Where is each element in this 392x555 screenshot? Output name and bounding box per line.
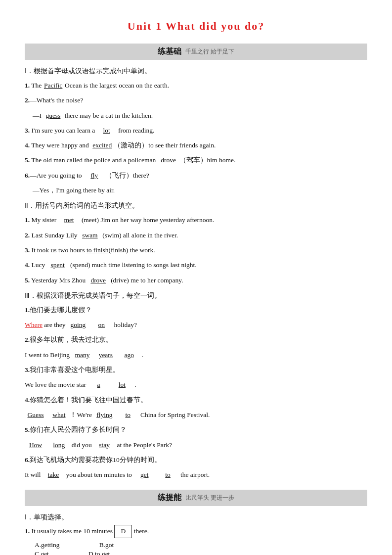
answer-D: D (114, 525, 132, 538)
list-item: 4.你猜怎么着！我们要飞往中国过春节。 (25, 394, 367, 406)
answer-to1: to (117, 409, 139, 421)
list-item: 4. They were happy and excited（激动的）to se… (25, 139, 367, 151)
section1-header: 练基础 千里之行 始于足下 (25, 44, 367, 60)
list-item: Where are they going on holiday? (25, 319, 367, 331)
choice-D: D.to get (88, 550, 110, 555)
answer-guess: guess (43, 110, 63, 122)
list-item: 1. My sister met (meet) Jim on her way h… (25, 214, 367, 226)
list-item: 5. The old man called the police and a p… (25, 154, 367, 166)
list-item: 1.他们要去哪儿度假？ (25, 304, 367, 316)
answer-swam: swam (79, 230, 101, 241)
part1-s2-instruction: Ⅰ．单项选择。 (25, 513, 367, 522)
list-item: 4. Lucy spent (spend) much time listenin… (25, 259, 367, 271)
answer-take: take (43, 469, 64, 481)
answer-flying: flying (93, 409, 115, 421)
list-item: 5.你们在人民公园待了多长时间？ (25, 424, 367, 436)
list-item: 6.—Are you going to fly（飞行）there? (25, 170, 367, 182)
list-item: 2.很多年以前，我去过北京。 (25, 334, 367, 346)
answer-to2: to (157, 469, 179, 481)
section1-sub: 千里之行 始于足下 (185, 47, 234, 56)
list-item: 3. It took us two hours to finish(finish… (25, 244, 367, 256)
list-item: 5. Yesterday Mrs Zhou drove (drive) me t… (25, 275, 367, 286)
answer-drove1: drove (158, 154, 179, 166)
part1-instruction: Ⅰ．根据首字母或汉语提示完成句中单词。 (25, 67, 367, 76)
answer-pacific: Pacific (44, 80, 63, 92)
choice-B: B.got (99, 541, 114, 549)
list-item: 6.到达飞机场大约需要花费你10分钟的时间。 (25, 454, 367, 466)
list-item: —I guess there may be a cat in the kitch… (25, 110, 367, 122)
section1-body: Ⅰ．根据首字母或汉语提示完成句中单词。 1. The Pacific Ocean… (25, 67, 367, 481)
list-item: 1. It usually takes me 10 minutes D ther… (25, 525, 367, 538)
answer-fly: fly (84, 170, 105, 182)
answer-tofinish: to finish (87, 246, 109, 254)
part2-instruction: Ⅱ．用括号内所给词的适当形式填空。 (25, 201, 367, 210)
page-title: Unit 1 What did you do? (25, 20, 367, 33)
list-item: —Yes，I'm going there by air. (25, 185, 367, 196)
list-item: Guess what！We're flying to China for Spr… (25, 409, 367, 421)
answer-guess2: Guess (25, 409, 46, 421)
list-item: How long did you stay at the People's Pa… (25, 439, 367, 451)
answer-on: on (90, 319, 112, 331)
answer-where: Where (25, 321, 43, 328)
list-item: 2.—What's the noise? (25, 94, 367, 106)
list-item: 2. Last Sunday Lily swam (swim) all alon… (25, 230, 367, 241)
section2-body: Ⅰ．单项选择。 1. It usually takes me 10 minute… (25, 513, 367, 555)
choice-A: A.getting (35, 541, 60, 549)
section2-sub: 比尺竿头 更进一步 (185, 494, 234, 502)
part3-instruction: Ⅲ．根据汉语提示完成英语句子，每空一词。 (25, 291, 367, 300)
answer-met: met (58, 214, 80, 226)
list-item: 3. I'm sure you can learn a lot from rea… (25, 125, 367, 137)
answer-a: a (88, 379, 110, 391)
list-item: 1. The Pacific Ocean is the largest ocea… (25, 80, 367, 92)
choices-row1: A.getting B.got (25, 541, 367, 549)
answer-drove2: drove (87, 275, 109, 286)
answer-many: many (72, 349, 93, 361)
section2-label: 练提能 (158, 493, 181, 503)
answer-long: long (48, 439, 70, 451)
choices-row2: C.get D.to get (25, 550, 367, 555)
list-item: 3.我们非常喜爱这个电影明星。 (25, 364, 367, 376)
list-item: I went to Beijing many years ago . (25, 349, 367, 361)
section1-label: 练基础 (158, 46, 181, 57)
answer-going: going (67, 319, 89, 331)
answer-spent: spent (47, 259, 69, 271)
answer-lot1: lot (97, 125, 117, 137)
list-item: It will take you about ten minutes to ge… (25, 469, 367, 481)
choice-C: C.get (35, 550, 49, 555)
answer-years: years (95, 349, 117, 361)
answer-lot2: lot (111, 379, 133, 391)
answer-how: How (25, 439, 46, 451)
section2-header: 练提能 比尺竿头 更进一步 (25, 490, 367, 506)
list-item: We love the movie star a lot . (25, 379, 367, 391)
answer-excited: excited (90, 139, 114, 151)
answer-what: what (48, 409, 70, 421)
answer-get: get (133, 469, 155, 481)
answer-ago: ago (118, 349, 140, 361)
answer-stay: stay (93, 439, 115, 451)
